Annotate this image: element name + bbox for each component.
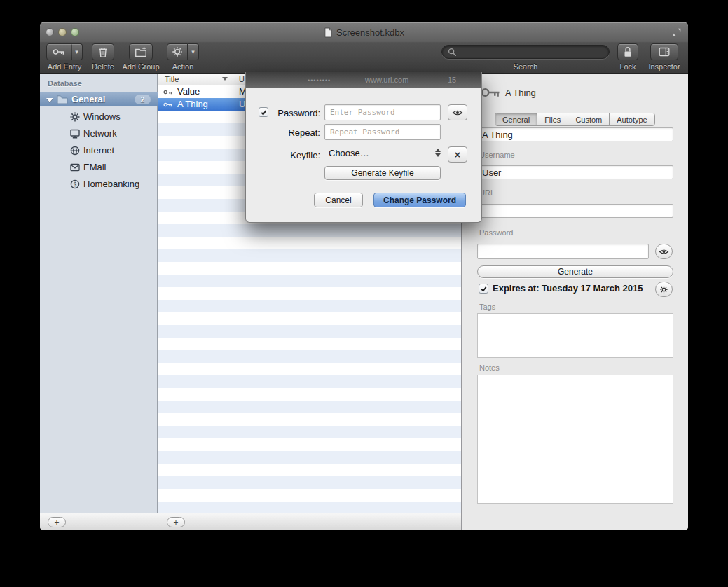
chevron-down-icon: ▾ <box>75 48 78 55</box>
key-icon <box>52 45 66 59</box>
window-title: Screenshot.kdbx <box>336 27 404 38</box>
keyfile-popup[interactable]: Choose… <box>329 148 369 158</box>
action-dropdown-button[interactable]: ▾ <box>188 43 199 60</box>
gear-icon <box>69 111 81 123</box>
app-window: Screenshot.kdbx ▾ Add Entry Delete Add G… <box>40 22 688 530</box>
lock-label: Lock <box>607 62 649 71</box>
notes-label: Notes <box>479 364 500 372</box>
svg-text:$: $ <box>73 181 76 188</box>
trash-icon <box>96 45 110 59</box>
bottom-bar: + + <box>40 513 461 530</box>
sidebar-group-label: General <box>71 92 105 106</box>
add-group-plus-button[interactable]: + <box>48 517 66 527</box>
gear-icon <box>171 46 184 58</box>
change-password-button[interactable]: Change Password <box>373 193 466 207</box>
check-icon <box>480 285 488 293</box>
sidebar-section-header: Database <box>48 79 82 88</box>
tab-custom[interactable]: Custom <box>568 113 610 125</box>
close-button[interactable] <box>46 28 54 36</box>
eye-icon <box>452 109 463 117</box>
disclosure-triangle-icon[interactable] <box>46 98 53 102</box>
sidebar-item-homebanking[interactable]: $ Homebanking <box>40 176 158 193</box>
dimmed-url-text: www.url.com <box>365 76 408 84</box>
sheet-keyfile-label: Keyfile: <box>256 150 320 160</box>
url-field[interactable] <box>477 204 673 218</box>
search-input[interactable] <box>441 45 610 59</box>
popup-stepper-icon[interactable] <box>435 149 441 157</box>
generate-password-button[interactable]: Generate <box>477 265 673 278</box>
cancel-button[interactable]: Cancel <box>314 193 363 207</box>
coin-icon: $ <box>69 179 81 190</box>
username-field[interactable] <box>477 165 673 179</box>
delete-button[interactable] <box>92 43 114 60</box>
inspector-button[interactable] <box>650 43 678 60</box>
inspector-entry-title: A Thing <box>505 88 536 98</box>
entry-title: A Thing <box>177 98 208 111</box>
change-password-sheet: •••••••• www.url.com 15 Password: Repeat… <box>245 72 482 223</box>
add-group-label: Add Group <box>120 62 162 71</box>
envelope-icon <box>69 162 81 173</box>
sheet-top-shadow-band: •••••••• www.url.com 15 <box>246 72 481 88</box>
key-icon <box>163 88 172 97</box>
tab-autotype[interactable]: Autotype <box>610 113 654 125</box>
add-entry-plus-button[interactable]: + <box>167 517 185 527</box>
sidebar-item-label: Internet <box>83 142 114 159</box>
repeat-password-input[interactable] <box>324 124 441 140</box>
entry-title: Value <box>177 85 200 98</box>
password-field[interactable] <box>477 244 649 259</box>
zoom-button[interactable] <box>71 28 79 36</box>
window-chrome: Screenshot.kdbx ▾ Add Entry Delete Add G… <box>40 22 688 74</box>
key-icon <box>480 82 501 103</box>
action-button[interactable] <box>167 43 188 60</box>
sidebar-item-network[interactable]: Network <box>40 125 158 142</box>
tags-label: Tags <box>479 303 495 311</box>
clear-keyfile-button[interactable]: × <box>448 146 467 163</box>
new-password-input[interactable] <box>324 104 441 120</box>
bottom-bar-divider <box>158 513 158 530</box>
tags-field[interactable] <box>477 313 673 358</box>
search-icon <box>447 47 457 57</box>
eye-icon <box>659 248 669 256</box>
inspector-tabs: General Files Custom Autotype <box>495 113 655 126</box>
sidebar-item-email[interactable]: EMail <box>40 159 158 176</box>
inspector-label: Inspector <box>643 62 685 71</box>
sidebar-item-label: Network <box>83 125 117 142</box>
password-label: Password <box>479 228 513 237</box>
sidebar-item-label: Windows <box>83 109 121 125</box>
folder-icon <box>57 95 68 104</box>
lock-icon <box>621 45 634 59</box>
expires-checkbox[interactable] <box>479 284 488 294</box>
add-group-button[interactable] <box>129 43 153 60</box>
column-header-title[interactable]: Title <box>165 74 179 85</box>
sheet-repeat-label: Repeat: <box>256 127 320 138</box>
minimize-button[interactable] <box>58 28 67 36</box>
sidebar-item-internet[interactable]: Internet <box>40 142 158 159</box>
search-label: Search <box>504 62 547 71</box>
delete-label: Delete <box>81 62 125 71</box>
add-entry-button[interactable] <box>46 43 71 60</box>
chevron-down-icon: ▾ <box>191 48 195 55</box>
sidebar-item-windows[interactable]: Windows <box>40 109 158 125</box>
plus-icon: + <box>173 518 178 527</box>
fullscreen-icon[interactable] <box>671 27 682 38</box>
sidebar-group-general[interactable]: General 2 <box>40 92 158 106</box>
add-entry-dropdown-button[interactable]: ▾ <box>71 43 83 60</box>
key-icon <box>163 100 172 109</box>
title-field[interactable] <box>477 127 673 141</box>
plus-icon: + <box>54 518 59 527</box>
sidebar-item-label: Homebanking <box>83 176 139 193</box>
tab-general[interactable]: General <box>495 113 537 125</box>
show-password-button[interactable] <box>655 244 673 259</box>
desktop-background: Screenshot.kdbx ▾ Add Entry Delete Add G… <box>0 0 728 587</box>
tab-files[interactable]: Files <box>537 113 568 125</box>
lock-button[interactable] <box>617 43 638 60</box>
notes-field[interactable] <box>477 375 673 504</box>
inspector-divider <box>462 359 688 359</box>
column-divider[interactable] <box>235 74 235 85</box>
gear-icon <box>659 285 668 294</box>
globe-icon <box>69 145 81 156</box>
generate-keyfile-button[interactable]: Generate Keyfile <box>324 166 441 180</box>
reveal-password-button[interactable] <box>448 104 467 120</box>
display-icon <box>69 128 81 139</box>
expires-settings-button[interactable] <box>655 282 673 297</box>
